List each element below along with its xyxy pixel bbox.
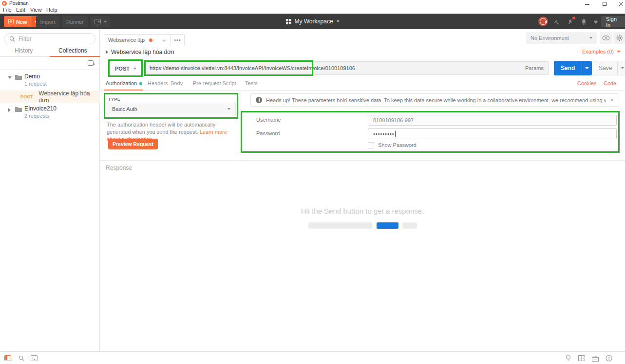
new-button[interactable]: + New [4,16,40,27]
cookies-link[interactable]: Cookies [577,80,597,86]
environment-selector[interactable]: No Environment [526,32,597,44]
caret-down-icon [133,68,136,70]
banner-text: Heads up! These parameters hold sensitiv… [266,97,606,103]
request-name-row: Webservice lập hóa đơn Examples (0) [100,45,625,59]
filter-input[interactable] [19,36,82,42]
unsaved-dot-icon [149,38,152,42]
bell-icon[interactable] [579,18,588,26]
open-new-window-button[interactable] [91,16,110,27]
save-dropdown-caret[interactable] [617,61,625,75]
request-editor-tabs: Authorization Headers Body Pre-request S… [100,78,625,91]
auth-type-value: Basic Auth [112,106,137,112]
tab-tests[interactable]: Tests [245,80,258,86]
tab-headers[interactable]: Headers [148,80,168,86]
gear-icon [616,35,623,41]
collection-name: Demo [24,73,40,80]
settings-button[interactable] [613,32,625,44]
sensitive-data-banner: Heads up! These parameters hold sensitiv… [250,93,619,107]
show-password-checkbox[interactable] [368,142,374,148]
illustration-send-button [377,222,398,229]
menu-edit[interactable]: Edit [16,7,25,13]
save-button[interactable]: Save [593,61,617,75]
caret-down-icon [617,51,621,53]
banner-body: Heads up! These parameters hold sensitiv… [266,97,606,103]
two-pane-layout-icon[interactable] [578,354,586,362]
menu-view[interactable]: View [30,7,42,13]
text-cursor [395,131,396,137]
workspace-grid-icon [285,19,291,24]
caret-right-icon[interactable] [8,108,11,112]
filter-search[interactable] [4,33,95,44]
lightbulb-icon[interactable] [564,354,572,362]
banner-close-button[interactable]: × [610,96,614,104]
info-icon [256,97,262,103]
caret-right-icon [106,50,108,54]
menu-help[interactable]: Help [46,7,57,13]
close-button[interactable] [617,1,625,6]
new-tab-button[interactable]: + [157,34,171,45]
plus-icon: + [162,36,166,44]
password-label: Password [256,130,280,136]
request-name[interactable]: Webservice lập hóa đơn [106,49,174,55]
save-button-group: Save [593,61,625,75]
workspace-switcher[interactable]: My Workspace [285,14,339,29]
restore-button[interactable] [600,1,609,6]
method-dropdown[interactable]: POST [111,62,140,74]
send-button-group: Send [554,61,592,75]
tab-collections[interactable]: Collections [58,47,87,54]
response-placeholder-text: Hit the Send button to get a response. [100,207,625,215]
help-icon[interactable]: ? [605,354,613,362]
search-icon[interactable] [18,354,25,362]
code-link[interactable]: Code [604,80,616,86]
console-icon[interactable] [30,354,38,362]
request-name-label: Webservice lập hóa đơn [111,49,174,55]
tab-body[interactable]: Body [170,80,183,86]
notification-dot [572,17,575,19]
send-button[interactable]: Send [554,61,582,75]
sidebar-toggle-icon[interactable] [4,354,12,362]
menu-bar: File Edit View Help [0,7,625,14]
caret-down-icon [621,67,624,69]
illustration-url-bar [308,222,373,229]
request-tab[interactable]: Webservice lập hóa đ& [104,34,157,45]
auth-help-body: The authorization header will be automat… [107,122,215,135]
wrench-icon[interactable] [566,18,574,26]
preview-request-label: Preview Request [113,141,153,147]
sync-status-icon[interactable] [538,17,548,26]
new-collection-icon[interactable] [88,60,95,68]
params-button[interactable]: Params [520,65,549,71]
preview-request-button[interactable]: Preview Request [108,139,158,149]
new-button-label: New [16,19,27,25]
runner-button[interactable]: Runner [62,16,88,27]
method-label: POST [115,66,130,72]
sign-in-button[interactable]: Sign In [601,16,625,27]
url-input[interactable]: https://demo-sinvoice.viettel.vn:8443/In… [145,65,520,71]
send-dropdown-caret[interactable] [582,61,592,75]
collection-name: EInvoice210 [24,105,57,112]
keyboard-shortcuts-icon[interactable] [591,354,599,362]
import-button[interactable]: Import [36,16,59,27]
caret-down-icon[interactable] [8,76,12,79]
sidebar-request-item[interactable]: POST Webservice lập hóa đơn [0,91,100,103]
authorization-type-pane: TYPE Basic Auth The authorization header… [100,91,241,160]
password-input[interactable]: ••••••••• [368,128,617,139]
tab-authorization[interactable]: Authorization [106,80,142,86]
examples-dropdown[interactable]: Examples (0) [582,49,621,55]
caret-down-icon [585,67,589,69]
window-panel-icon [95,19,101,24]
menu-file[interactable]: File [3,7,12,13]
tab-pre-request-script[interactable]: Pre-request Script [193,80,236,86]
environment-quick-look-button[interactable] [600,32,612,44]
auth-type-dropdown[interactable]: Basic Auth [107,103,236,115]
collection-einvoice210[interactable]: EInvoice210 2 requests [0,104,100,122]
username-input[interactable]: 0100109106-997 [368,115,617,126]
show-password-label[interactable]: Show Password [378,142,417,148]
satellite-icon[interactable] [552,18,561,26]
tab-history[interactable]: History [15,47,33,54]
heart-icon[interactable]: ♥ [591,18,600,26]
tab-options-button[interactable]: ••• [171,34,185,45]
ellipsis-icon: ••• [174,37,181,43]
authorization-fields-pane: Heads up! These parameters hold sensitiv… [241,91,625,160]
collection-demo[interactable]: Demo 1 request [0,72,100,90]
minimize-button[interactable] [583,1,591,6]
